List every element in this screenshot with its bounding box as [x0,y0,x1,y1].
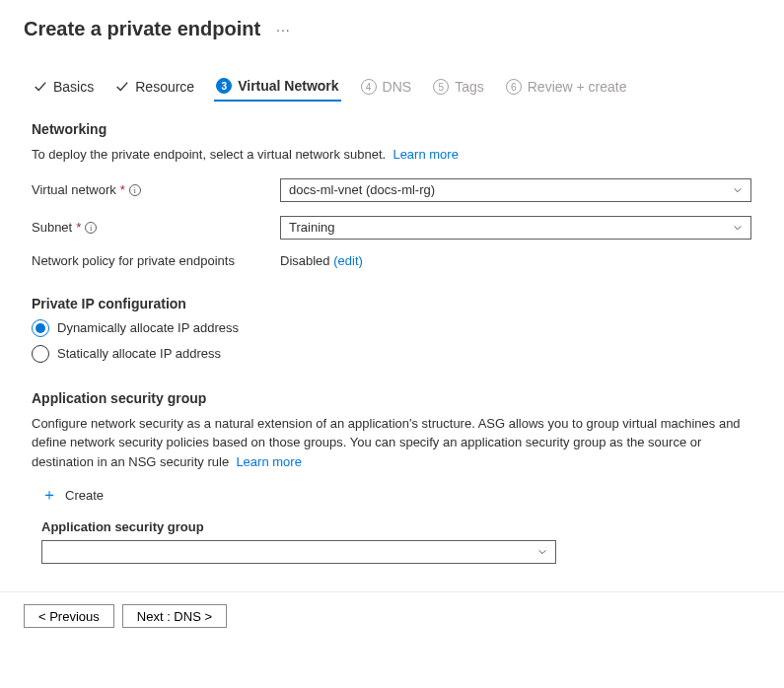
tab-vnet-label: Virtual Network [238,78,338,94]
tab-review-label: Review + create [528,79,627,95]
asg-select[interactable] [41,540,556,564]
asg-title: Application security group [32,390,760,406]
tab-basics-label: Basics [53,79,94,95]
radio-icon [32,345,49,363]
tab-review-create[interactable]: 6 Review + create [504,73,629,101]
tab-basics[interactable]: Basics [32,73,96,101]
asg-desc: Configure network security as a natural … [32,414,760,472]
asg-column-label: Application security group [41,519,760,534]
tab-virtual-network[interactable]: 3 Virtual Network [214,72,340,102]
subnet-select[interactable]: Training [280,216,751,240]
radio-icon [32,319,49,337]
policy-edit-link[interactable]: (edit) [333,253,363,268]
networking-desc: To deploy the private endpoint, select a… [32,145,760,165]
info-icon[interactable]: i [85,222,97,234]
page-title: Create a private endpoint [24,18,260,40]
next-button[interactable]: Next : DNS > [122,604,227,628]
networking-section: Networking To deploy the private endpoin… [32,121,760,268]
policy-label: Network policy for private endpoints [32,253,280,268]
tab-tags-label: Tags [455,79,484,95]
step-number-icon: 3 [216,78,232,94]
ipconfig-section: Private IP configuration Dynamically all… [32,296,760,363]
chevron-down-icon [733,185,743,195]
tab-resource-label: Resource [135,79,194,95]
policy-value: Disabled [280,253,330,268]
ipconfig-title: Private IP configuration [32,296,760,311]
step-number-icon: 6 [506,79,522,95]
more-icon[interactable]: ··· [276,22,291,37]
previous-button[interactable]: < Previous [24,604,114,628]
radio-dynamic-label: Dynamically allocate IP address [57,320,239,335]
step-number-icon: 4 [361,79,377,95]
radio-dynamic-ip[interactable]: Dynamically allocate IP address [32,319,760,337]
asg-create-label: Create [65,488,104,503]
tab-tags[interactable]: 5 Tags [431,73,486,101]
asg-section: Application security group Configure net… [32,390,760,565]
chevron-down-icon [733,223,743,233]
check-icon [115,80,129,94]
networking-learn-more-link[interactable]: Learn more [392,147,458,162]
tab-resource[interactable]: Resource [113,73,196,101]
tab-dns-label: DNS [383,79,412,95]
vnet-select[interactable]: docs-ml-vnet (docs-ml-rg) [280,178,751,202]
subnet-label: Subnet* i [32,220,280,235]
radio-static-ip[interactable]: Statically allocate IP address [32,345,760,363]
vnet-value: docs-ml-vnet (docs-ml-rg) [289,182,435,197]
tab-dns[interactable]: 4 DNS [359,73,414,101]
vnet-label: Virtual network* i [32,182,280,197]
step-number-icon: 5 [433,79,449,95]
networking-title: Networking [32,121,760,137]
plus-icon: ＋ [41,485,57,506]
subnet-value: Training [289,220,334,235]
info-icon[interactable]: i [129,184,141,196]
asg-learn-more-link[interactable]: Learn more [236,454,301,469]
chevron-down-icon [537,547,547,557]
check-icon [34,80,47,94]
radio-static-label: Statically allocate IP address [57,346,221,361]
asg-create-button[interactable]: ＋ Create [41,485,760,506]
wizard-footer: < Previous Next : DNS > [0,591,784,646]
wizard-tabs: Basics Resource 3 Virtual Network 4 DNS … [24,72,760,102]
